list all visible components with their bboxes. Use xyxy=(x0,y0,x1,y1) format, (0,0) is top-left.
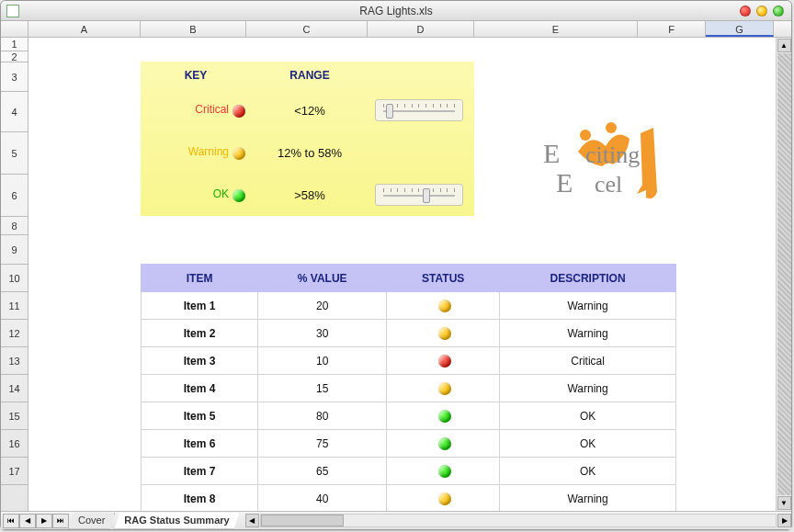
ok-threshold-slider[interactable] xyxy=(375,184,463,206)
row-header[interactable]: 17 xyxy=(1,458,28,485)
hscroll-thumb[interactable] xyxy=(261,515,344,526)
key-header-key: KEY xyxy=(141,69,251,82)
cell-value[interactable]: 10 xyxy=(258,347,387,375)
cell-item[interactable]: Item 2 xyxy=(142,320,258,347)
close-window-button[interactable] xyxy=(740,6,751,17)
cell-status[interactable] xyxy=(387,402,500,430)
cell-desc[interactable]: OK xyxy=(500,402,676,430)
table-row[interactable]: Item 230Warning xyxy=(142,320,676,347)
scroll-down-button[interactable]: ▼ xyxy=(777,496,791,510)
scroll-right-button[interactable]: ▶ xyxy=(777,514,791,527)
row-header[interactable]: 6 xyxy=(1,175,28,217)
svg-point-1 xyxy=(606,122,617,133)
hscroll-track[interactable] xyxy=(260,514,777,527)
cell-desc[interactable]: Warning xyxy=(500,485,676,512)
column-header-B[interactable]: B xyxy=(141,21,246,37)
cell-status[interactable] xyxy=(387,485,500,512)
row-header[interactable]: 12 xyxy=(1,320,28,347)
table-row[interactable]: Item 415Warning xyxy=(142,375,676,402)
row-header[interactable]: 1 xyxy=(1,38,28,51)
table-row[interactable]: Item 675OK xyxy=(142,430,676,458)
cell-item[interactable]: Item 7 xyxy=(142,458,258,485)
svg-text:citing: citing xyxy=(585,141,640,168)
cell-desc[interactable]: Critical xyxy=(500,347,676,375)
cell-desc[interactable]: Warning xyxy=(500,320,676,347)
cell-value[interactable]: 40 xyxy=(258,485,387,512)
scroll-track[interactable] xyxy=(777,53,791,495)
cell-item[interactable]: Item 1 xyxy=(142,292,258,320)
table-row[interactable]: Item 765OK xyxy=(142,458,676,485)
cell-value[interactable]: 30 xyxy=(258,320,387,347)
row-header[interactable]: 8 xyxy=(1,217,28,235)
column-header-E[interactable]: E xyxy=(474,21,638,37)
cell-item[interactable]: Item 4 xyxy=(142,375,258,402)
cell-value[interactable]: 80 xyxy=(258,402,387,430)
row-headers: 1 2 3 4 5 6 8 9 10 11 12 13 14 15 16 17 xyxy=(1,38,28,511)
column-header-A[interactable]: A xyxy=(28,21,141,37)
cell-item[interactable]: Item 5 xyxy=(142,402,258,430)
cell-value[interactable]: 20 xyxy=(258,292,387,320)
table-row[interactable]: Item 580OK xyxy=(142,402,676,430)
row-header[interactable]: 16 xyxy=(1,430,28,458)
key-range-warning: 12% to 58% xyxy=(251,146,369,160)
tab-nav-first[interactable]: ⏮ xyxy=(3,514,19,528)
cell-value[interactable]: 75 xyxy=(258,430,387,458)
column-header-G[interactable]: G xyxy=(706,21,774,37)
row-header[interactable]: 13 xyxy=(1,347,28,375)
cell-value[interactable]: 65 xyxy=(258,458,387,485)
th-item[interactable]: ITEM xyxy=(142,265,258,292)
row-header[interactable]: 15 xyxy=(1,402,28,430)
titlebar: RAG Lights.xls xyxy=(1,1,791,21)
row-header[interactable]: 10 xyxy=(1,265,28,292)
th-desc[interactable]: DESCRIPTION xyxy=(500,265,676,292)
th-value[interactable]: % VALUE xyxy=(258,265,387,292)
row-header[interactable]: 14 xyxy=(1,375,28,402)
cell-status[interactable] xyxy=(387,375,500,402)
status-dot-icon xyxy=(438,382,451,395)
cell-desc[interactable]: OK xyxy=(500,458,676,485)
row-header[interactable]: 2 xyxy=(1,51,28,62)
th-status[interactable]: STATUS xyxy=(387,265,500,292)
horizontal-scrollbar[interactable]: ◀ ▶ xyxy=(245,514,791,527)
cell-item[interactable]: Item 6 xyxy=(142,430,258,458)
row-header[interactable]: 4 xyxy=(1,92,28,132)
vertical-scrollbar[interactable]: ▲ ▼ xyxy=(776,38,791,511)
tab-nav-next[interactable]: ▶ xyxy=(36,514,52,528)
cell-desc[interactable]: OK xyxy=(500,430,676,458)
key-label-critical: Critical xyxy=(195,103,229,116)
scroll-up-button[interactable]: ▲ xyxy=(777,39,791,52)
cell-status[interactable] xyxy=(387,347,500,375)
cell-status[interactable] xyxy=(387,430,500,458)
cell-desc[interactable]: Warning xyxy=(500,292,676,320)
row-header[interactable]: 11 xyxy=(1,292,28,320)
column-header-F[interactable]: F xyxy=(638,21,706,37)
table-row[interactable]: Item 840Warning xyxy=(142,485,676,512)
cell-status[interactable] xyxy=(387,458,500,485)
cell-item[interactable]: Item 3 xyxy=(142,347,258,375)
tab-nav-last[interactable]: ⏭ xyxy=(52,514,69,528)
column-header-D[interactable]: D xyxy=(368,21,474,37)
row-header[interactable]: 3 xyxy=(1,62,28,92)
cell-item[interactable]: Item 8 xyxy=(142,485,258,512)
critical-threshold-slider[interactable] xyxy=(375,99,463,121)
row-header[interactable]: 9 xyxy=(1,235,28,265)
table-row[interactable]: Item 310Critical xyxy=(142,347,676,375)
cell-status[interactable] xyxy=(387,292,500,320)
sheet-tab-rag-summary[interactable]: RAG Status Summary xyxy=(114,513,239,529)
worksheet-grid[interactable]: KEY RANGE Critical <12% Warning 12% to 5… xyxy=(28,38,776,511)
cell-value[interactable]: 15 xyxy=(258,375,387,402)
status-dot-icon xyxy=(438,437,451,450)
scroll-left-button[interactable]: ◀ xyxy=(245,514,259,527)
table-row[interactable]: Item 120Warning xyxy=(142,292,676,320)
row-header[interactable]: 5 xyxy=(1,132,28,175)
cell-desc[interactable]: Warning xyxy=(500,375,676,402)
tab-nav-prev[interactable]: ◀ xyxy=(19,514,36,528)
cell-status[interactable] xyxy=(387,320,500,347)
select-all-cell[interactable] xyxy=(1,21,28,37)
key-legend-box: KEY RANGE Critical <12% Warning 12% to 5… xyxy=(141,62,474,216)
sheet-tab-cover[interactable]: Cover xyxy=(68,513,115,529)
minimize-window-button[interactable] xyxy=(756,6,767,17)
zoom-window-button[interactable] xyxy=(773,6,784,17)
status-dot-icon xyxy=(438,465,451,478)
column-header-C[interactable]: C xyxy=(246,21,368,37)
